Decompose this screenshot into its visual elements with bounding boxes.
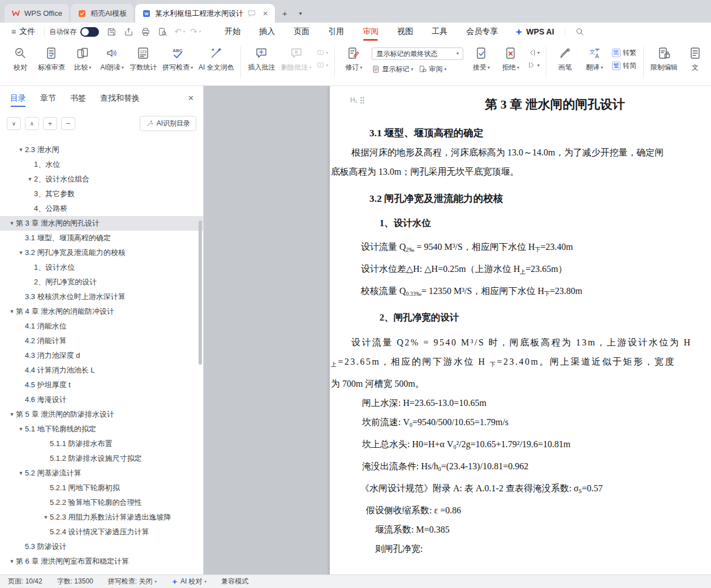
document-tab[interactable]: W 某水利枢纽工程泄水闸设计 ✕ <box>135 4 275 23</box>
search-icon[interactable] <box>575 27 584 36</box>
redo-chevron-icon[interactable]: ▾ <box>199 29 201 34</box>
ribbon-button-5[interactable]: ABC拼写检查▾ <box>161 44 195 72</box>
new-tab-button[interactable]: + <box>277 6 292 20</box>
expand-triangle-icon[interactable]: ▼ <box>8 559 16 564</box>
collapse-all-button[interactable]: ∨ <box>7 117 21 130</box>
simplified-to-traditional-button[interactable]: 简转繁 <box>612 48 636 58</box>
toc-item-12[interactable]: 4.1 消能水位 <box>0 319 203 334</box>
undo-chevron-icon[interactable]: ▾ <box>183 29 186 34</box>
toc-item-10[interactable]: 3.3 校核洪水位时上游水深计算 <box>0 289 203 304</box>
toc-item-26[interactable]: 5.2.4 设计情况下渗透压力计算 <box>0 525 203 539</box>
autosave-toggle[interactable] <box>80 27 99 37</box>
menubar-item-5[interactable]: 视图 <box>397 23 413 41</box>
file-menu-button[interactable]: ≡ 文件 <box>7 27 40 37</box>
document-page[interactable]: H₁ 第 3 章 泄水闸的闸孔设计3.1 堰型、堰顶高程的确定根据河床的地形及高… <box>330 86 711 574</box>
status-item-2[interactable]: 拼写检查: 关闭▾ <box>108 577 157 586</box>
show-markup-state-select[interactable]: 显示标记的最终状态▾ <box>372 47 463 60</box>
traditional-to-simplified-button[interactable]: 繁转简 <box>612 61 636 71</box>
expand-triangle-icon[interactable]: ▼ <box>8 412 16 417</box>
expand-triangle-icon[interactable]: ▼ <box>8 220 16 226</box>
toc-item-16[interactable]: 4.5 护坦厚度 t <box>0 378 203 392</box>
sidebar-tab-1[interactable]: 章节 <box>40 86 56 111</box>
ribbon-button-22[interactable]: 限制编辑 <box>649 44 679 72</box>
toc-item-15[interactable]: 4.4 计算消力池池长 L <box>0 363 203 378</box>
menubar-item-3[interactable]: 引用 <box>328 23 344 41</box>
review-pane-button[interactable]: 审阅▾ <box>419 64 446 74</box>
undo-icon[interactable]: ↶ <box>174 27 182 37</box>
status-item-4[interactable]: 兼容模式 <box>221 577 248 586</box>
expand-all-button[interactable]: ∧ <box>25 117 39 130</box>
toc-item-22[interactable]: ▼5.2 闸基渗流计算 <box>0 466 203 481</box>
wps-ai-button[interactable]: WPS AI <box>515 27 554 36</box>
ai-identify-toc-button[interactable]: AI识别目录 <box>140 116 196 131</box>
sidebar-tab-0[interactable]: 目录 <box>10 86 26 111</box>
menubar-item-2[interactable]: 页面 <box>294 23 309 41</box>
expand-triangle-icon[interactable]: ▼ <box>26 176 34 182</box>
toc-item-1[interactable]: 1、水位 <box>0 157 203 172</box>
toc-item-3[interactable]: 3、其它参数 <box>0 187 203 201</box>
toc-item-18[interactable]: ▼第 5 章 泄洪闸的防渗排水设计 <box>0 407 203 422</box>
toc-item-20[interactable]: 5.1.1 防渗排水布置 <box>0 436 203 451</box>
close-sidebar-icon[interactable]: ✕ <box>188 94 194 102</box>
menubar-item-0[interactable]: 开始 <box>225 23 240 41</box>
toc-item-17[interactable]: 4.6 海漫设计 <box>0 392 203 407</box>
toc-item-24[interactable]: 5.2.2 验算地下轮廓的合理性 <box>0 495 203 510</box>
ribbon-button-1[interactable]: 标准审查 <box>36 44 67 72</box>
sidebar-tab-2[interactable]: 书签 <box>70 86 86 111</box>
toc-item-4[interactable]: 4、公路桥 <box>0 201 203 216</box>
toc-item-28[interactable]: ▼第 6 章 泄洪闸闸室布置和稳定计算 <box>0 554 203 569</box>
app-tab-docer-templates[interactable]: 稻壳AI模板 <box>71 4 133 23</box>
print-icon[interactable] <box>141 27 150 37</box>
expand-triangle-icon[interactable]: ▼ <box>17 426 25 432</box>
toc-item-9[interactable]: 2、闸孔净宽的设计 <box>0 275 203 289</box>
ribbon-button-19[interactable]: 文A翻译▾ <box>581 44 608 72</box>
tab-list-chevron-icon[interactable]: ▾ <box>293 6 308 20</box>
toc-item-14[interactable]: 4.3 消力池深度 d <box>0 348 203 363</box>
print-preview-icon[interactable] <box>158 27 167 37</box>
ribbon-button-4[interactable]: 123字数统计 <box>128 44 158 72</box>
sidebar-tab-3[interactable]: 查找和替换 <box>100 86 140 111</box>
expand-triangle-icon[interactable]: ▼ <box>42 514 50 520</box>
status-item-1[interactable]: 字数: 13500 <box>57 577 93 586</box>
ribbon-button-0[interactable]: 校对 <box>7 44 34 72</box>
close-document-icon[interactable]: ✕ <box>262 10 268 18</box>
export-icon[interactable] <box>124 27 133 37</box>
toc-item-23[interactable]: 5.2.1 闸地下轮廓初拟 <box>0 481 203 495</box>
expand-triangle-icon[interactable]: ▼ <box>17 250 25 256</box>
next-change-button[interactable]: ▾ <box>528 61 540 70</box>
ribbon-button-23[interactable]: 文 <box>682 44 709 72</box>
status-item-3[interactable]: AI 校对▾ <box>171 577 206 586</box>
toc-item-13[interactable]: 4.2 消能计算 <box>0 334 203 348</box>
zoom-out-button[interactable]: − <box>61 117 75 130</box>
toc-item-27[interactable]: 5.3 防渗设计 <box>0 539 203 554</box>
ribbon-button-9[interactable]: 删除批注▾ <box>279 44 313 72</box>
next-comment-button[interactable]: ▾ <box>316 61 328 70</box>
toc-item-25[interactable]: ▼5.2.3 用阻力系数法计算渗透出逸坡降 <box>0 510 203 525</box>
toc-item-2[interactable]: ▼2、设计水位组合 <box>0 172 203 187</box>
heading-drag-handle[interactable]: H₁ <box>350 96 365 104</box>
ribbon-button-8[interactable]: 插入批注 <box>246 44 277 72</box>
ribbon-button-2[interactable]: 比较▾ <box>69 44 96 72</box>
comment-bubble-icon[interactable] <box>247 9 256 18</box>
show-marks-button[interactable]: 显示标记▾ <box>372 64 413 74</box>
expand-triangle-icon[interactable]: ▼ <box>17 470 25 476</box>
ribbon-button-18[interactable]: 画笔 <box>551 44 579 72</box>
menubar-item-4[interactable]: 审阅 <box>363 23 378 41</box>
toc-scrollbar-thumb[interactable] <box>199 220 202 365</box>
ribbon-button-15[interactable]: 拒绝▾ <box>497 44 524 72</box>
prev-comment-button[interactable]: ▾ <box>316 49 328 57</box>
toc-item-11[interactable]: ▼第 4 章 泄水闸的消能防冲设计 <box>0 304 203 319</box>
prev-change-button[interactable]: ▾ <box>528 49 540 57</box>
toc-item-8[interactable]: 1、设计水位 <box>0 260 203 275</box>
expand-triangle-icon[interactable]: ▼ <box>8 309 16 314</box>
menubar-item-7[interactable]: 会员专享 <box>466 23 498 41</box>
toc-item-0[interactable]: ▼2.3 泄水闸 <box>0 142 203 157</box>
menubar-item-1[interactable]: 插入 <box>259 23 275 41</box>
zoom-in-button[interactable]: + <box>43 117 57 130</box>
expand-triangle-icon[interactable]: ▼ <box>17 147 25 153</box>
toc-item-6[interactable]: 3.1 堰型、堰顶高程的确定 <box>0 231 203 245</box>
ribbon-button-6[interactable]: AI 全文润色 <box>197 44 235 72</box>
ribbon-button-12[interactable]: 修订▾ <box>340 44 367 72</box>
ribbon-button-3[interactable]: AI朗读▾ <box>98 44 126 72</box>
toc-item-19[interactable]: ▼5.1 地下轮廓线的拟定 <box>0 422 203 436</box>
